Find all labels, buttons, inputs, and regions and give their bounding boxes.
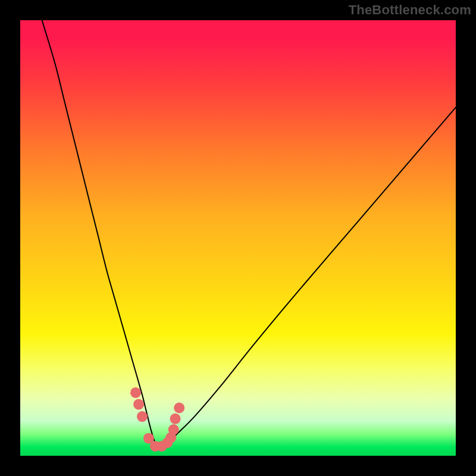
- marker-dot: [133, 399, 144, 410]
- marker-dot: [130, 387, 141, 398]
- highlight-markers: [130, 387, 184, 452]
- marker-dot: [137, 411, 148, 422]
- curve-layer: [20, 20, 456, 456]
- chart-frame: TheBottleneck.com: [0, 0, 476, 476]
- marker-dot: [170, 414, 181, 424]
- marker-dot: [174, 403, 184, 414]
- marker-dot: [168, 424, 179, 435]
- bottleneck-curve: [42, 20, 456, 447]
- watermark-label: TheBottleneck.com: [349, 2, 471, 18]
- plot-area: [20, 20, 456, 456]
